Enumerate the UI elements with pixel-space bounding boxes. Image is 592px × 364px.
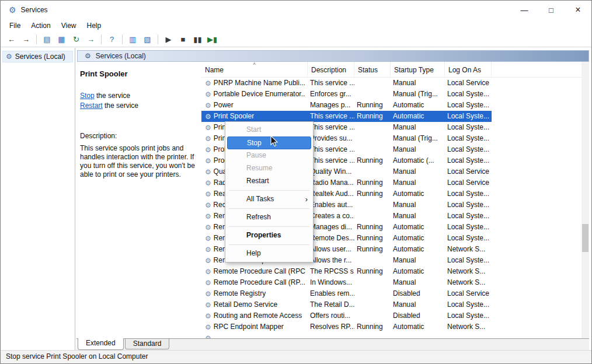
refresh-icon[interactable]: ↻: [69, 33, 83, 46]
service-gear-icon: ⚙: [205, 169, 211, 176]
cell-startup-type: Automatic: [391, 266, 445, 277]
column-header-startup-type[interactable]: Startup Type: [391, 62, 445, 77]
cell-description: Enforces gr...: [308, 89, 354, 100]
cell-startup-type: Manual: [391, 299, 445, 310]
cell-log-on-as: Local Syste...: [445, 200, 492, 211]
cell-description: The Retail D...: [308, 299, 354, 310]
pause-service-icon[interactable]: ▮▮: [190, 33, 205, 46]
tree-item-label: Services (Local): [15, 52, 65, 61]
context-menu-item-restart[interactable]: Restart: [225, 175, 313, 188]
context-menu-item-refresh[interactable]: Refresh: [225, 211, 313, 224]
stop-service-icon[interactable]: ■: [176, 33, 190, 46]
cell-log-on-as: Local Syste...: [445, 211, 492, 222]
service-row[interactable]: ⚙Remote Procedure Call (RP...In Windows.…: [201, 277, 492, 288]
cell-log-on-as: Network S...: [445, 266, 492, 277]
context-menu-item-help[interactable]: Help: [225, 247, 313, 260]
restart-service-link[interactable]: Restart: [80, 102, 103, 110]
service-row[interactable]: ⚙PowerManages p...RunningAutomaticLocal …: [201, 100, 492, 111]
service-name: Power: [214, 100, 234, 111]
cell-log-on-as: Local Syste...: [445, 222, 492, 233]
scrollbar-thumb[interactable]: [582, 224, 588, 252]
cell-status: Running: [354, 266, 391, 277]
vertical-scrollbar[interactable]: [581, 62, 589, 338]
service-row[interactable]: ⚙Remote Procedure Call (RPC)The RPCSS s.…: [201, 266, 492, 277]
context-menu-item-all-tasks[interactable]: All Tasks›: [225, 193, 313, 206]
cell-log-on-as: Network S...: [445, 244, 492, 255]
main-panel: ⚙ Services (Local) Print Spooler Stop th…: [76, 48, 589, 350]
column-header-name[interactable]: ^Name: [201, 62, 308, 77]
stop-service-link[interactable]: Stop: [80, 92, 95, 100]
properties-icon[interactable]: ▦: [54, 33, 69, 46]
context-menu-item-label: Pause: [246, 151, 266, 159]
stop-service-suffix: the service: [95, 92, 130, 100]
service-name: PNRP Machine Name Publi...: [214, 78, 305, 89]
cell-startup-type: Automatic: [391, 321, 445, 332]
service-row[interactable]: ⚙PNRP Machine Name Publi...This service …: [201, 78, 492, 89]
cell-status: Running: [354, 233, 391, 244]
console-tree-panel: ⚙ Services (Local): [1, 48, 75, 350]
toolbar-separator: [101, 34, 102, 44]
context-menu-item-stop[interactable]: Stop: [227, 136, 311, 149]
service-row[interactable]: ⚙Retail Demo ServiceThe Retail D...Manua…: [201, 299, 492, 310]
service-gear-icon: ⚙: [205, 279, 211, 286]
mouse-cursor: [270, 135, 278, 147]
standard-view-icon[interactable]: ▧: [140, 33, 155, 46]
context-menu-item-label: Start: [246, 125, 261, 134]
restart-service-icon[interactable]: ▶▮: [205, 33, 220, 46]
service-row[interactable]: ⚙Routing and Remote AccessOffers routi..…: [201, 310, 492, 321]
export-list-icon[interactable]: →: [83, 33, 98, 46]
menu-bar: FileActionViewHelp: [1, 19, 591, 32]
close-button[interactable]: ×: [565, 1, 591, 19]
menu-action[interactable]: Action: [26, 20, 55, 32]
service-name: Remote Procedure Call (RP...: [214, 277, 305, 288]
service-gear-icon: ⚙: [205, 113, 211, 120]
cell-log-on-as: Local Syste...: [445, 255, 492, 266]
cell-log-on-as: Local Service: [445, 166, 492, 177]
service-row[interactable]: ⚙RPC Endpoint MapperResolves RP...Runnin…: [201, 321, 492, 332]
cell-name: ⚙Print Spooler: [201, 111, 308, 122]
service-row[interactable]: ⚙: [201, 332, 492, 338]
context-menu-item-label: Restart: [246, 177, 269, 185]
service-row[interactable]: ⚙Remote RegistryEnables rem...DisabledLo…: [201, 288, 492, 299]
menu-file[interactable]: File: [4, 20, 26, 32]
menu-view[interactable]: View: [56, 20, 82, 32]
tab-standard[interactable]: Standard: [125, 339, 170, 349]
menu-help[interactable]: Help: [82, 20, 107, 32]
context-menu-item-resume[interactable]: Resume: [225, 162, 313, 175]
cell-description: [308, 332, 354, 338]
context-menu-item-label: Resume: [246, 164, 273, 172]
context-menu-item-properties[interactable]: Properties: [225, 229, 313, 242]
column-header-log-on-as[interactable]: Log On As: [445, 62, 492, 77]
column-header-status[interactable]: Status: [354, 62, 391, 77]
cell-status: [354, 200, 391, 211]
window-title: Services: [21, 6, 48, 14]
help-icon[interactable]: ?: [105, 33, 119, 46]
window-controls: — □ ×: [511, 1, 591, 19]
restart-service-line: Restart the service: [80, 101, 199, 111]
minimize-button[interactable]: —: [511, 1, 538, 19]
service-gear-icon: ⚙: [205, 257, 211, 264]
service-gear-icon: ⚙: [205, 158, 211, 164]
cell-startup-type: Manual: [391, 122, 445, 133]
cell-status: Running: [354, 321, 391, 332]
context-menu-item-start[interactable]: Start: [225, 124, 313, 136]
tree-item-services-local[interactable]: ⚙ Services (Local): [2, 51, 73, 62]
extended-detail-panel: Print Spooler Stop the service Restart t…: [77, 62, 201, 338]
service-row[interactable]: ⚙Portable Device Enumerator...Enforces g…: [201, 89, 492, 100]
service-row[interactable]: ⚙Print SpoolerThis service ...RunningAut…: [201, 111, 492, 122]
service-gear-icon: ⚙: [205, 102, 211, 109]
start-service-icon[interactable]: ▶: [161, 33, 176, 46]
column-header-label: Startup Type: [394, 66, 434, 74]
column-header-description[interactable]: Description: [308, 62, 354, 77]
context-menu-item-label: Refresh: [246, 213, 271, 221]
extended-view-icon[interactable]: ▥: [126, 33, 140, 46]
cell-log-on-as: Local Syste...: [445, 144, 492, 155]
cell-startup-type: Manual: [391, 277, 445, 288]
context-menu-item-pause[interactable]: Pause: [225, 149, 313, 162]
show-console-tree-icon[interactable]: ▤: [40, 33, 54, 46]
tab-extended[interactable]: Extended: [78, 338, 124, 350]
maximize-button[interactable]: □: [538, 1, 565, 19]
cell-startup-type: Automatic: [391, 111, 445, 122]
back-icon[interactable]: ←: [4, 33, 19, 46]
forward-icon[interactable]: →: [19, 33, 33, 46]
